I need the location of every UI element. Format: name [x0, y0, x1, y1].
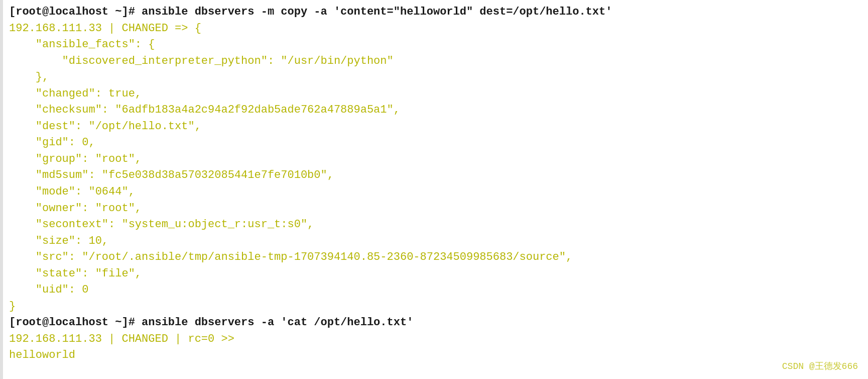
terminal-line-result1-size: "size": 10,	[9, 233, 868, 250]
terminal-line-result1-header: 192.168.111.33 | CHANGED => {	[9, 21, 868, 37]
terminal-line-result1-ansible-facts-open: "ansible_facts": {	[9, 37, 868, 53]
terminal-line-result2-header: 192.168.111.33 | CHANGED | rc=0 >>	[9, 331, 868, 348]
terminal-line-cmd1: [root@localhost ~]# ansible dbservers -m…	[9, 4, 868, 21]
terminal-line-result1-md5sum: "md5sum": "fc5e038d38a57032085441e7fe701…	[9, 167, 868, 184]
terminal-window: [root@localhost ~]# ansible dbservers -m…	[0, 0, 868, 379]
terminal-line-result1-discovered: "discovered_interpreter_python": "/usr/b…	[9, 53, 868, 70]
terminal-line-result1-secontext: "secontext": "system_u:object_r:usr_t:s0…	[9, 217, 868, 233]
terminal-line-cmd2: [root@localhost ~]# ansible dbservers -a…	[9, 315, 868, 331]
terminal-line-result2-output: helloworld	[9, 347, 868, 364]
terminal-line-result1-src: "src": "/root/.ansible/tmp/ansible-tmp-1…	[9, 249, 868, 266]
terminal-line-result1-checksum: "checksum": "6adfb183a4a2c94a2f92dab5ade…	[9, 102, 868, 119]
terminal-line-result1-dest: "dest": "/opt/hello.txt",	[9, 119, 868, 135]
terminal-line-result1-group: "group": "root",	[9, 151, 868, 168]
left-border	[0, 0, 3, 379]
terminal-line-result1-changed: "changed": true,	[9, 86, 868, 103]
terminal-content: [root@localhost ~]# ansible dbservers -m…	[4, 4, 868, 364]
terminal-line-result1-mode: "mode": "0644",	[9, 184, 868, 201]
terminal-line-result1-ansible-facts-close: },	[9, 69, 868, 86]
terminal-line-result1-uid: "uid": 0	[9, 282, 868, 299]
terminal-line-result1-gid: "gid": 0,	[9, 135, 868, 151]
terminal-line-result1-close: }	[9, 299, 868, 315]
watermark: CSDN @王德发666	[782, 360, 858, 373]
terminal-line-result1-owner: "owner": "root",	[9, 201, 868, 217]
terminal-line-result1-state: "state": "file",	[9, 266, 868, 282]
